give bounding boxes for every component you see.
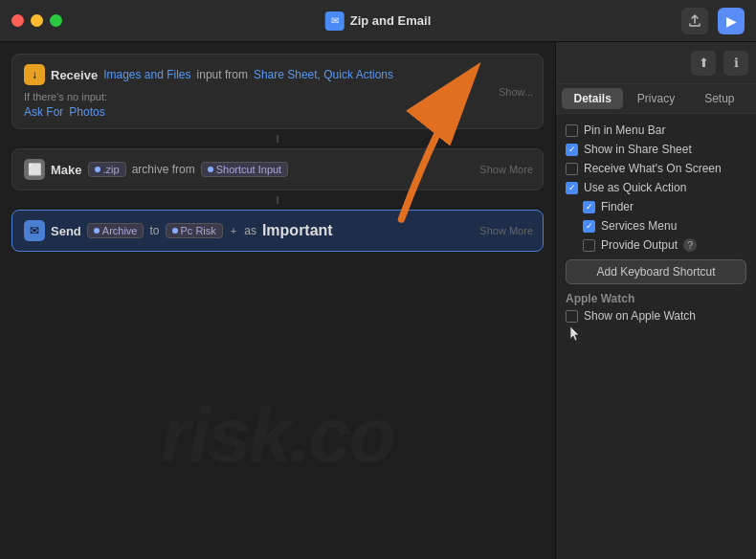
checkbox-use-quick-action[interactable]: [566, 182, 578, 194]
checkbox-show-share-sheet[interactable]: [566, 144, 578, 156]
label-provide-output: Provide Output: [601, 238, 678, 252]
setting-services-menu: Services Menu: [583, 219, 746, 233]
details-tabs: Details Privacy Setup: [556, 84, 756, 114]
setting-show-apple-watch: Show on Apple Watch: [566, 309, 746, 323]
setting-show-share-sheet: Show in Share Sheet: [566, 143, 746, 156]
connector-line-2: [277, 196, 278, 204]
right-panel: ⬆ ℹ Details Privacy Setup Pin in Menu Ba…: [555, 42, 756, 559]
connector-2: [11, 196, 544, 204]
send-icon: ✉: [24, 220, 45, 241]
as-text: as: [244, 224, 256, 237]
shortcut-input-token[interactable]: Shortcut Input: [201, 162, 289, 177]
images-files-link[interactable]: Images and Files: [103, 68, 190, 81]
receive-show-more[interactable]: Show...: [499, 86, 533, 98]
label-show-share-sheet: Show in Share Sheet: [584, 143, 692, 156]
label-finder: Finder: [601, 200, 634, 213]
make-show-more[interactable]: Show More: [479, 164, 533, 175]
close-button[interactable]: [11, 14, 24, 27]
receive-label: Receive: [51, 68, 98, 82]
important-text: Important: [262, 222, 333, 239]
add-keyboard-shortcut-button[interactable]: Add Keyboard Shortcut: [566, 259, 746, 284]
minimize-button[interactable]: [31, 14, 43, 27]
checkbox-provide-output[interactable]: [583, 239, 595, 252]
share-sheet-quick-actions-link[interactable]: Share Sheet, Quick Actions: [254, 68, 393, 81]
connector-line-1: [277, 135, 278, 143]
traffic-lights: [11, 14, 62, 27]
setting-provide-output: Provide Output ?: [583, 238, 746, 252]
apple-watch-section-title: Apple Watch: [566, 292, 746, 305]
tab-privacy[interactable]: Privacy: [625, 88, 686, 109]
setting-pin-menu-bar: Pin in Menu Bar: [566, 123, 746, 137]
archive-token[interactable]: Archive: [87, 223, 145, 238]
send-action-card: ✉ Send Archive to Pc Risk + as Important…: [11, 210, 544, 252]
no-input-label: If there's no input:: [24, 91, 107, 102]
tab-setup[interactable]: Setup: [689, 88, 750, 109]
main-content: ↓ Receive Images and Files input from Sh…: [0, 42, 756, 559]
checkbox-receive-screen[interactable]: [566, 163, 578, 175]
info-icon-btn[interactable]: ℹ: [723, 51, 748, 76]
make-archive-from-text: archive from: [132, 163, 195, 176]
checkbox-services-menu[interactable]: [583, 220, 595, 233]
right-topbar: ⬆ ℹ: [556, 42, 756, 84]
receive-icon: ↓: [24, 64, 45, 85]
send-to-text: to: [149, 224, 159, 237]
label-use-quick-action: Use as Quick Action: [584, 181, 686, 194]
settings-area: Pin in Menu Bar Show in Share Sheet Rece…: [556, 114, 756, 559]
label-receive-screen: Receive What's On Screen: [584, 162, 722, 175]
watermark: risk.co: [0, 312, 555, 559]
ask-for-link[interactable]: Ask For: [24, 105, 63, 119]
play-button[interactable]: ▶: [718, 8, 745, 34]
label-show-apple-watch: Show on Apple Watch: [584, 309, 696, 323]
receive-action-card: ↓ Receive Images and Files input from Sh…: [11, 54, 544, 129]
titlebar: ✉ Zip and Email ▶: [0, 0, 756, 42]
checkbox-finder[interactable]: [583, 201, 595, 213]
make-action-card: ⬜ Make .zip archive from Shortcut Input …: [11, 148, 544, 190]
watermark-text: risk.co: [161, 391, 394, 480]
window-title: Zip and Email: [350, 13, 432, 28]
maximize-button[interactable]: [50, 14, 62, 27]
photos-link[interactable]: Photos: [69, 105, 104, 119]
setting-finder: Finder: [583, 200, 746, 213]
label-services-menu: Services Menu: [601, 219, 677, 233]
left-wrapper: ↓ Receive Images and Files input from Sh…: [0, 42, 555, 559]
send-label: Send: [51, 224, 81, 238]
make-label: Make: [51, 163, 82, 177]
receive-input-from-text: input from: [197, 68, 248, 81]
share-button[interactable]: [681, 8, 708, 34]
pc-risk-token[interactable]: Pc Risk: [166, 223, 223, 238]
tab-details[interactable]: Details: [562, 88, 623, 109]
send-show-more[interactable]: Show More: [479, 225, 533, 236]
zip-token[interactable]: .zip: [88, 162, 126, 177]
cursor-icon: [567, 324, 583, 344]
upload-icon-btn[interactable]: ⬆: [691, 51, 716, 76]
make-icon: ⬜: [24, 159, 45, 180]
actions-panel: ↓ Receive Images and Files input from Sh…: [0, 42, 555, 312]
checkbox-pin-menu-bar[interactable]: [566, 124, 578, 137]
titlebar-right: ▶: [681, 8, 745, 34]
plus-badge[interactable]: +: [231, 225, 236, 236]
app-icon: ✉: [325, 11, 345, 31]
window-title-area: ✉ Zip and Email: [325, 11, 432, 31]
setting-use-quick-action: Use as Quick Action: [566, 181, 746, 194]
checkbox-show-apple-watch[interactable]: [566, 310, 578, 323]
connector-1: [11, 135, 544, 143]
label-pin-menu-bar: Pin in Menu Bar: [584, 123, 665, 137]
provide-output-help-icon[interactable]: ?: [683, 238, 697, 252]
setting-receive-screen: Receive What's On Screen: [566, 162, 746, 175]
